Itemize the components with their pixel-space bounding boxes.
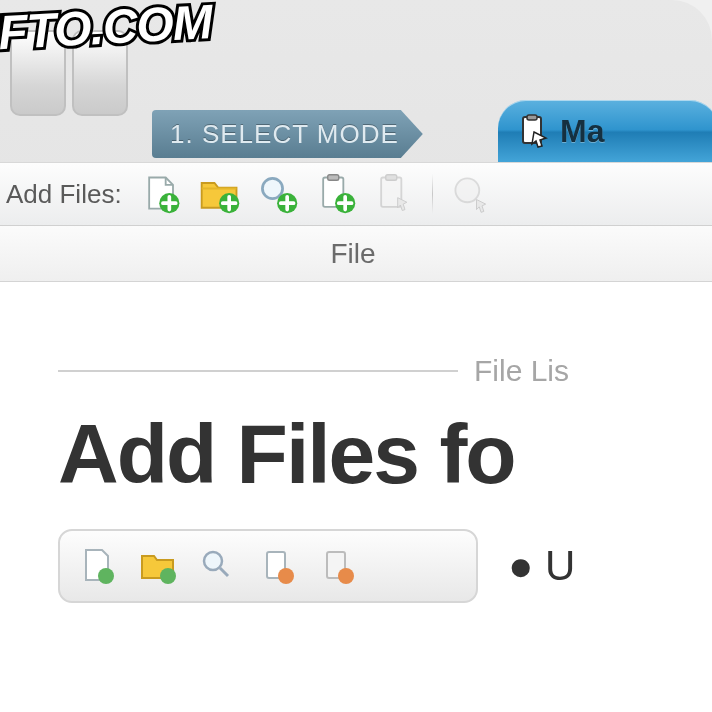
svg-point-18 (278, 568, 294, 584)
add-file-icon[interactable] (78, 546, 118, 586)
svg-point-15 (204, 552, 222, 570)
svg-point-12 (455, 178, 479, 202)
toolbar-separator (432, 174, 433, 214)
step-label: 1. SELECT MODE (170, 119, 399, 150)
add-search-icon[interactable] (198, 546, 238, 586)
bullet-item: ● U (508, 542, 575, 590)
empty-state-title: Add Files fo (58, 406, 682, 503)
svg-rect-11 (385, 175, 396, 181)
svg-point-13 (98, 568, 114, 584)
svg-rect-1 (527, 115, 537, 120)
paste-button[interactable] (370, 170, 418, 218)
divider-label: File Lis (474, 354, 569, 388)
divider-line (58, 370, 458, 372)
column-header-row: File (0, 226, 712, 282)
add-file-button[interactable] (138, 170, 186, 218)
svg-rect-8 (327, 175, 338, 181)
tab-manual[interactable]: Ma (498, 100, 712, 162)
add-clipboard-icon[interactable] (258, 546, 298, 586)
svg-point-20 (338, 568, 354, 584)
column-header-file[interactable]: File (330, 238, 375, 270)
add-search-button[interactable] (254, 170, 302, 218)
tab-label: Ma (560, 113, 604, 150)
file-list-area: File Lis Add Files fo (0, 282, 712, 712)
step-1-select-mode[interactable]: 1. SELECT MODE (152, 110, 423, 158)
quick-add-buttons (58, 529, 478, 603)
file-list-divider: File Lis (58, 354, 682, 388)
add-clipboard-button[interactable] (312, 170, 360, 218)
add-folder-button[interactable] (196, 170, 244, 218)
add-folder-icon[interactable] (138, 546, 178, 586)
svg-point-14 (160, 568, 176, 584)
window-frame: 1. SELECT MODE Ma Add Files: (0, 0, 712, 712)
paste-icon[interactable] (318, 546, 358, 586)
clipboard-cursor-icon (516, 114, 550, 148)
edit-button[interactable] (447, 170, 495, 218)
toolbar: Add Files: (0, 162, 712, 226)
toolbar-label: Add Files: (6, 179, 122, 210)
svg-line-16 (220, 568, 228, 576)
